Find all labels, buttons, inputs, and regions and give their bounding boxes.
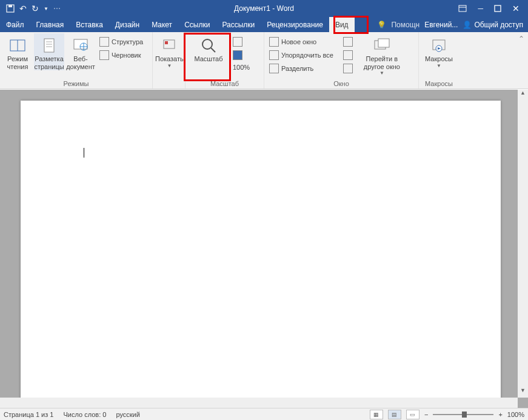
collapse-ribbon-icon[interactable]: ⌃	[518, 35, 524, 43]
tab-insert[interactable]: Вставка	[70, 17, 109, 32]
print-layout-button[interactable]: Разметка страницы	[34, 33, 64, 70]
tell-me-icon[interactable]: 💡	[377, 21, 386, 29]
tell-me-label[interactable]: Помощн	[391, 21, 419, 29]
share-button[interactable]: 👤 Общий доступ	[463, 21, 523, 29]
magnifier-icon	[200, 36, 217, 55]
word-count[interactable]: Число слов: 0	[63, 411, 106, 418]
one-page-icon	[233, 37, 242, 47]
new-window-button[interactable]: Новое окно	[267, 36, 336, 48]
web-layout-button[interactable]: Веб- документ	[65, 33, 96, 70]
web-layout-view-button[interactable]: ▭	[406, 410, 419, 419]
read-mode-icon	[10, 36, 25, 55]
outline-button[interactable]: Структура	[97, 36, 145, 48]
read-mode-view-button[interactable]: ▦	[370, 410, 383, 419]
zoom-slider[interactable]	[433, 414, 493, 415]
switch-windows-button[interactable]: Перейти в другое окно ▼	[360, 33, 404, 76]
tab-layout[interactable]: Макет	[145, 17, 178, 32]
group-modes: Режим чтения Разметка страницы Веб- доку…	[0, 32, 153, 88]
macros-label: Макросы	[425, 55, 453, 63]
draft-button[interactable]: Черновик	[97, 49, 145, 61]
read-mode-button[interactable]: Режим чтения	[2, 33, 33, 70]
zoom-label: Масштаб	[194, 55, 222, 63]
zoom-level[interactable]: 100%	[507, 411, 524, 418]
zoom-button[interactable]: Масштаб	[188, 33, 229, 63]
zoom-in-button[interactable]: +	[498, 411, 502, 418]
undo-icon[interactable]: ↶	[19, 4, 27, 13]
macros-icon	[432, 36, 446, 55]
side-by-side-icon	[343, 37, 353, 47]
redo-icon[interactable]: ↻	[32, 4, 39, 13]
tab-references[interactable]: Ссылки	[178, 17, 216, 32]
draft-label: Черновик	[112, 52, 141, 59]
tab-file[interactable]: Файл	[0, 17, 30, 32]
reset-position-button[interactable]	[341, 62, 355, 75]
user-name[interactable]: Евгений...	[424, 21, 458, 29]
sync-scroll-icon	[343, 50, 353, 60]
draft-icon	[99, 50, 109, 60]
web-layout-icon	[73, 36, 88, 55]
arrange-all-icon	[269, 50, 279, 60]
document-area: ▲ ▼	[0, 90, 528, 408]
sync-scroll-button[interactable]	[341, 49, 355, 61]
chevron-down-icon: ▼	[379, 70, 384, 76]
split-button[interactable]: Разделить	[267, 62, 336, 75]
page-indicator[interactable]: Страница 1 из 1	[4, 411, 53, 418]
show-icon	[162, 36, 176, 55]
qat-overflow-icon[interactable]: ⋯	[53, 4, 61, 13]
multi-page-icon	[233, 50, 242, 60]
arrange-all-button[interactable]: Упорядочить все	[267, 49, 336, 61]
horizontal-scrollbar[interactable]	[0, 398, 518, 408]
group-macros-label: Макросы	[421, 80, 456, 88]
hundred-percent-button[interactable]: 100%	[230, 62, 252, 72]
svg-rect-1	[8, 5, 12, 7]
window-controls: ─ ✕	[458, 4, 528, 13]
group-window: Новое окно Упорядочить все Разделить Пер…	[264, 32, 419, 88]
macros-button[interactable]: Макросы ▼	[421, 33, 456, 68]
reset-position-icon	[343, 64, 353, 73]
document-page[interactable]	[21, 101, 501, 403]
tab-design[interactable]: Дизайн	[109, 17, 145, 32]
side-by-side-button[interactable]	[341, 36, 355, 48]
read-mode-label: Режим чтения	[7, 55, 28, 70]
minimize-icon[interactable]: ─	[478, 4, 483, 13]
show-button[interactable]: Показать ▼	[155, 33, 184, 68]
arrange-all-label: Упорядочить все	[281, 52, 333, 59]
close-icon[interactable]: ✕	[512, 4, 520, 13]
share-icon: 👤	[463, 21, 472, 29]
svg-rect-7	[44, 39, 54, 52]
zoom-slider-thumb[interactable]	[462, 412, 467, 418]
maximize-icon[interactable]	[494, 5, 501, 12]
one-page-button[interactable]	[230, 36, 252, 48]
hundred-percent-label: 100%	[233, 64, 250, 71]
group-show: Показать ▼	[153, 32, 185, 88]
language-indicator[interactable]: русский	[116, 411, 139, 418]
tab-mailings[interactable]: Рассылки	[216, 17, 261, 32]
group-zoom: Масштаб 100% Масштаб	[185, 32, 264, 88]
tab-review[interactable]: Рецензирование	[261, 17, 329, 32]
split-label: Разделить	[281, 65, 313, 72]
scroll-up-icon[interactable]: ▲	[518, 90, 528, 100]
qat-dropdown-icon[interactable]: ▼	[44, 6, 48, 12]
save-icon[interactable]	[6, 4, 15, 13]
tab-view[interactable]: Вид	[329, 17, 355, 32]
split-icon	[269, 64, 279, 73]
zoom-out-button[interactable]: −	[424, 411, 428, 418]
share-label: Общий доступ	[474, 21, 523, 29]
ribbon-options-icon[interactable]	[458, 5, 467, 12]
text-cursor	[84, 148, 84, 158]
multi-page-button[interactable]	[230, 49, 252, 61]
switch-windows-icon	[373, 36, 390, 55]
print-layout-view-button[interactable]: ▤	[388, 410, 401, 419]
new-window-label: Новое окно	[281, 38, 316, 45]
outline-label: Структура	[112, 38, 143, 45]
group-modes-label: Режимы	[2, 80, 150, 88]
tab-home[interactable]: Главная	[30, 17, 70, 32]
chevron-down-icon: ▼	[167, 63, 172, 68]
scroll-down-icon[interactable]: ▼	[518, 387, 528, 398]
show-label: Показать	[155, 55, 184, 63]
vertical-scrollbar[interactable]: ▲ ▼	[518, 90, 528, 398]
web-layout-label: Веб- документ	[66, 55, 95, 70]
print-layout-icon	[42, 36, 56, 55]
group-macros: Макросы ▼ Макросы	[419, 32, 459, 88]
new-window-icon	[269, 37, 279, 47]
